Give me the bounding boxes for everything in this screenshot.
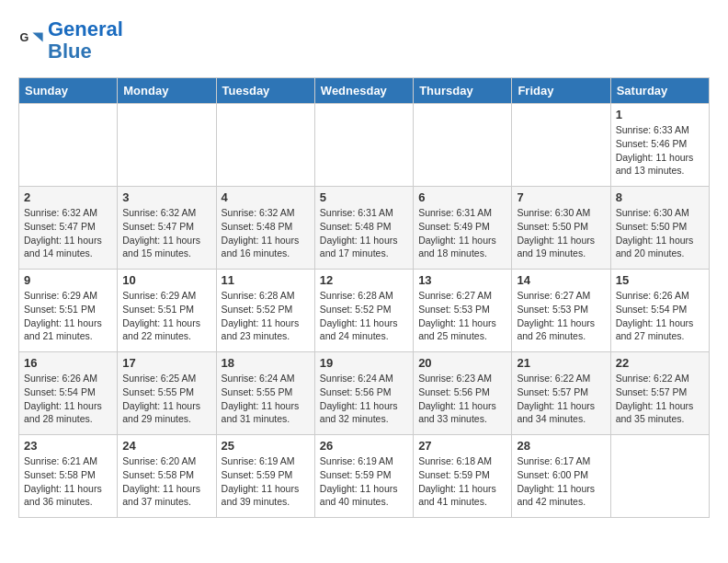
day-number: 4 [222,190,310,204]
calendar-cell: 25Sunrise: 6:19 AM Sunset: 5:59 PM Dayli… [216,435,314,518]
calendar-cell: 13Sunrise: 6:27 AM Sunset: 5:53 PM Dayli… [414,270,512,352]
calendar-cell [314,104,413,187]
calendar-cell: 21Sunrise: 6:22 AM Sunset: 5:57 PM Dayli… [512,352,610,435]
calendar-cell: 24Sunrise: 6:20 AM Sunset: 5:58 PM Dayli… [118,435,216,518]
calendar-cell: 14Sunrise: 6:27 AM Sunset: 5:53 PM Dayli… [512,270,610,352]
calendar-week-row: 9Sunrise: 6:29 AM Sunset: 5:51 PM Daylig… [19,270,710,352]
calendar-cell: 10Sunrise: 6:29 AM Sunset: 5:51 PM Dayli… [118,270,216,352]
calendar-table: SundayMondayTuesdayWednesdayThursdayFrid… [18,77,710,518]
calendar-cell: 3Sunrise: 6:32 AM Sunset: 5:47 PM Daylig… [118,187,216,270]
calendar-cell: 5Sunrise: 6:31 AM Sunset: 5:48 PM Daylig… [314,187,413,270]
day-info: Sunrise: 6:27 AM Sunset: 5:53 PM Dayligh… [517,289,605,343]
logo-icon: G [18,28,44,53]
day-number: 14 [517,273,605,287]
calendar-cell: 2Sunrise: 6:32 AM Sunset: 5:47 PM Daylig… [19,187,118,270]
day-info: Sunrise: 6:30 AM Sunset: 5:50 PM Dayligh… [517,206,605,260]
day-info: Sunrise: 6:23 AM Sunset: 5:56 PM Dayligh… [418,372,506,426]
calendar-cell [216,104,314,187]
calendar-cell: 9Sunrise: 6:29 AM Sunset: 5:51 PM Daylig… [19,270,118,352]
day-info: Sunrise: 6:19 AM Sunset: 5:59 PM Dayligh… [222,454,310,509]
calendar-cell: 17Sunrise: 6:25 AM Sunset: 5:55 PM Dayli… [118,352,216,435]
day-info: Sunrise: 6:28 AM Sunset: 5:52 PM Dayligh… [222,289,310,343]
day-number: 7 [517,190,605,204]
calendar-week-row: 16Sunrise: 6:26 AM Sunset: 5:54 PM Dayli… [19,352,710,435]
day-info: Sunrise: 6:17 AM Sunset: 6:00 PM Dayligh… [517,454,605,509]
col-header-thursday: Thursday [414,78,512,104]
col-header-monday: Monday [118,78,216,104]
calendar-cell: 11Sunrise: 6:28 AM Sunset: 5:52 PM Dayli… [216,270,314,352]
day-number: 20 [418,356,506,370]
day-number: 21 [517,356,605,370]
calendar-cell: 8Sunrise: 6:30 AM Sunset: 5:50 PM Daylig… [610,187,709,270]
calendar-cell [414,104,512,187]
day-number: 13 [418,273,506,287]
day-number: 17 [122,356,210,370]
day-number: 16 [24,356,112,370]
day-number: 26 [320,439,408,453]
day-info: Sunrise: 6:31 AM Sunset: 5:48 PM Dayligh… [320,206,408,260]
day-info: Sunrise: 6:22 AM Sunset: 5:57 PM Dayligh… [616,372,704,426]
day-number: 23 [24,439,112,453]
calendar-cell: 20Sunrise: 6:23 AM Sunset: 5:56 PM Dayli… [414,352,512,435]
day-info: Sunrise: 6:27 AM Sunset: 5:53 PM Dayligh… [418,289,506,343]
day-number: 24 [122,439,210,453]
day-info: Sunrise: 6:20 AM Sunset: 5:58 PM Dayligh… [122,454,210,509]
svg-marker-1 [32,33,42,42]
calendar-cell: 19Sunrise: 6:24 AM Sunset: 5:56 PM Dayli… [314,352,413,435]
day-info: Sunrise: 6:24 AM Sunset: 5:56 PM Dayligh… [320,372,408,426]
calendar-cell: 15Sunrise: 6:26 AM Sunset: 5:54 PM Dayli… [610,270,709,352]
day-number: 9 [24,273,112,287]
day-info: Sunrise: 6:30 AM Sunset: 5:50 PM Dayligh… [616,206,704,260]
day-info: Sunrise: 6:32 AM Sunset: 5:47 PM Dayligh… [24,206,112,260]
day-info: Sunrise: 6:21 AM Sunset: 5:58 PM Dayligh… [24,454,112,509]
day-number: 11 [222,273,310,287]
calendar-cell: 27Sunrise: 6:18 AM Sunset: 5:59 PM Dayli… [414,435,512,518]
col-header-sunday: Sunday [19,78,118,104]
day-number: 22 [616,356,704,370]
day-info: Sunrise: 6:28 AM Sunset: 5:52 PM Dayligh… [320,289,408,343]
day-number: 2 [24,190,112,204]
calendar-header-row: SundayMondayTuesdayWednesdayThursdayFrid… [19,78,710,104]
calendar-cell: 28Sunrise: 6:17 AM Sunset: 6:00 PM Dayli… [512,435,610,518]
calendar-cell: 16Sunrise: 6:26 AM Sunset: 5:54 PM Dayli… [19,352,118,435]
day-number: 10 [122,273,210,287]
calendar-cell [19,104,118,187]
day-info: Sunrise: 6:32 AM Sunset: 5:48 PM Dayligh… [222,206,310,260]
calendar-cell: 18Sunrise: 6:24 AM Sunset: 5:55 PM Dayli… [216,352,314,435]
calendar-cell: 4Sunrise: 6:32 AM Sunset: 5:48 PM Daylig… [216,187,314,270]
day-info: Sunrise: 6:26 AM Sunset: 5:54 PM Dayligh… [24,372,112,426]
day-info: Sunrise: 6:26 AM Sunset: 5:54 PM Dayligh… [616,289,704,343]
day-number: 5 [320,190,408,204]
day-number: 15 [616,273,704,287]
day-number: 8 [616,190,704,204]
col-header-friday: Friday [512,78,610,104]
day-number: 3 [122,190,210,204]
day-number: 18 [222,356,310,370]
col-header-saturday: Saturday [610,78,709,104]
day-number: 1 [616,108,704,121]
day-info: Sunrise: 6:22 AM Sunset: 5:57 PM Dayligh… [517,372,605,426]
calendar-week-row: 2Sunrise: 6:32 AM Sunset: 5:47 PM Daylig… [19,187,710,270]
logo: G General Blue [18,18,123,63]
day-info: Sunrise: 6:24 AM Sunset: 5:55 PM Dayligh… [222,372,310,426]
day-info: Sunrise: 6:25 AM Sunset: 5:55 PM Dayligh… [122,372,210,426]
calendar-cell: 7Sunrise: 6:30 AM Sunset: 5:50 PM Daylig… [512,187,610,270]
calendar-week-row: 23Sunrise: 6:21 AM Sunset: 5:58 PM Dayli… [19,435,710,518]
day-number: 12 [320,273,408,287]
page-header: G General Blue [18,18,710,63]
day-info: Sunrise: 6:19 AM Sunset: 5:59 PM Dayligh… [320,454,408,509]
calendar-cell: 22Sunrise: 6:22 AM Sunset: 5:57 PM Dayli… [610,352,709,435]
day-number: 19 [320,356,408,370]
day-info: Sunrise: 6:33 AM Sunset: 5:46 PM Dayligh… [616,123,704,178]
day-number: 6 [418,190,506,204]
calendar-cell [118,104,216,187]
day-info: Sunrise: 6:29 AM Sunset: 5:51 PM Dayligh… [24,289,112,343]
col-header-tuesday: Tuesday [216,78,314,104]
col-header-wednesday: Wednesday [314,78,413,104]
day-info: Sunrise: 6:18 AM Sunset: 5:59 PM Dayligh… [418,454,506,509]
calendar-cell [610,435,709,518]
day-number: 28 [517,439,605,453]
day-number: 27 [418,439,506,453]
calendar-cell: 6Sunrise: 6:31 AM Sunset: 5:49 PM Daylig… [414,187,512,270]
calendar-week-row: 1Sunrise: 6:33 AM Sunset: 5:46 PM Daylig… [19,104,710,187]
